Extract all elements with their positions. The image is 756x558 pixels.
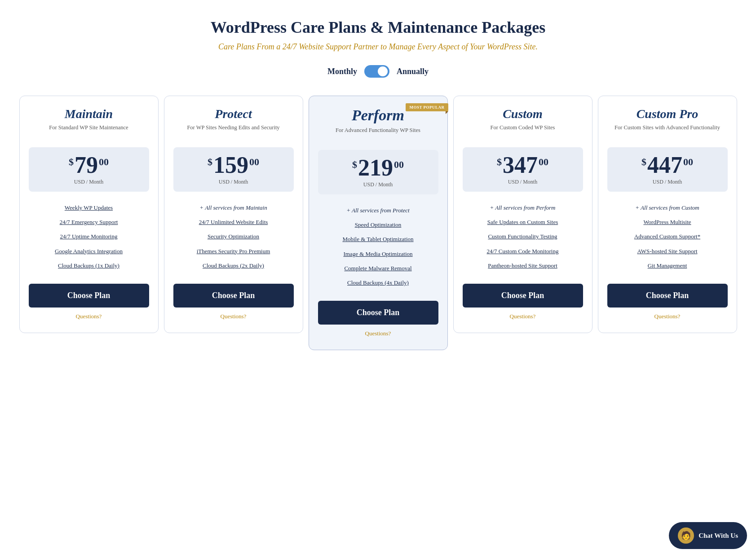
questions-link[interactable]: Questions? (607, 313, 728, 320)
feature-item: Weekly WP Updates (29, 201, 149, 215)
price-period: USD / Month (33, 179, 145, 185)
price-dollar: $ (352, 159, 357, 171)
feature-item: Speed Optimization (318, 218, 438, 232)
feature-item: + All services from Protect (318, 203, 438, 218)
features-list: + All services from CustomWordPress Mult… (607, 201, 728, 273)
price-main: $ 347 00 (467, 154, 579, 177)
features-list: + All services from Maintain24/7 Unlimit… (173, 201, 294, 273)
plan-card-maintain: Maintain For Standard WP Site Maintenanc… (19, 96, 159, 333)
price-period: USD / Month (612, 179, 723, 185)
questions-link[interactable]: Questions? (29, 313, 149, 320)
billing-toggle[interactable] (364, 65, 389, 78)
feature-item: 24/7 Emergency Support (29, 215, 149, 229)
plan-desc: For Standard WP Site Maintenance (29, 124, 149, 140)
feature-item: Mobile & Tablet Optimization (318, 232, 438, 246)
price-dollar: $ (497, 156, 502, 168)
plan-card-inner: Custom For Custom Coded WP Sites $ 347 0… (463, 107, 583, 320)
choose-plan-button[interactable]: Choose Plan (607, 284, 728, 308)
price-amount: 219 (358, 156, 393, 180)
price-main: $ 79 00 (33, 154, 145, 177)
price-period: USD / Month (178, 179, 289, 185)
price-main: $ 159 00 (178, 154, 289, 177)
plan-name: Custom Pro (607, 107, 728, 121)
price-box: $ 219 00 USD / Month (318, 150, 438, 194)
monthly-label: Monthly (327, 67, 357, 76)
price-cents: 00 (539, 156, 548, 168)
feature-item: + All services from Custom (607, 201, 728, 215)
feature-item: Safe Updates on Custom Sites (463, 215, 583, 229)
price-dollar: $ (69, 156, 74, 168)
feature-item: Git Management (607, 259, 728, 273)
price-box: $ 159 00 USD / Month (173, 147, 294, 192)
feature-item: Security Optimization (173, 229, 294, 244)
feature-item: AWS-hosted Site Support (607, 244, 728, 259)
feature-item: Image & Media Optimization (318, 247, 438, 261)
plan-desc: For Advanced Functionality WP Sites (318, 127, 438, 143)
price-main: $ 447 00 (612, 154, 723, 177)
plan-card-custom: Custom For Custom Coded WP Sites $ 347 0… (453, 96, 592, 333)
price-amount: 79 (75, 154, 98, 177)
plan-card-inner: Perform For Advanced Functionality WP Si… (318, 107, 438, 337)
price-cents: 00 (683, 156, 693, 168)
feature-item: Advanced Custom Support* (607, 229, 728, 244)
plan-card-custom-pro: Custom Pro For Custom Sites with Advance… (598, 96, 737, 333)
plan-desc: For Custom Coded WP Sites (463, 124, 583, 140)
feature-item: WordPress Multisite (607, 215, 728, 229)
choose-plan-button[interactable]: Choose Plan (463, 284, 583, 308)
feature-item: Google Analytics Integration (29, 244, 149, 259)
choose-plan-button[interactable]: Choose Plan (29, 284, 149, 308)
plan-card-perform: MOST POPULAR Perform For Advanced Functi… (309, 96, 448, 350)
price-box: $ 447 00 USD / Month (607, 147, 728, 192)
price-main: $ 219 00 (323, 156, 434, 180)
plan-card-protect: Protect For WP Sites Needing Edits and S… (164, 96, 303, 333)
feature-item: iThemes Security Pro Premium (173, 244, 294, 259)
feature-item: 24/7 Custom Code Monitoring (463, 244, 583, 259)
price-amount: 447 (647, 154, 682, 177)
price-cents: 00 (99, 156, 109, 168)
plans-container: Maintain For Standard WP Site Maintenanc… (10, 96, 747, 350)
feature-item: Cloud Backups (4x Daily) (318, 276, 438, 290)
plan-card-inner: Custom Pro For Custom Sites with Advance… (607, 107, 728, 320)
price-dollar: $ (641, 156, 646, 168)
page-title: WordPress Care Plans & Maintenance Packa… (9, 18, 747, 37)
price-box: $ 347 00 USD / Month (463, 147, 583, 192)
plan-desc: For Custom Sites with Advanced Functiona… (607, 124, 728, 140)
toggle-knob (378, 66, 388, 76)
feature-item: Cloud Backups (1x Daily) (29, 259, 149, 273)
feature-item: 24/7 Uptime Monitoring (29, 229, 149, 244)
price-period: USD / Month (323, 181, 434, 188)
billing-toggle-row: Monthly Annually (9, 65, 747, 78)
feature-item: Complete Malware Removal (318, 261, 438, 276)
price-dollar: $ (208, 156, 212, 168)
plan-card-inner: Protect For WP Sites Needing Edits and S… (173, 107, 294, 320)
feature-item: + All services from Maintain (173, 201, 294, 215)
plan-card-inner: Maintain For Standard WP Site Maintenanc… (29, 107, 149, 320)
questions-link[interactable]: Questions? (318, 330, 438, 337)
plan-desc: For WP Sites Needing Edits and Security (173, 124, 294, 140)
chat-widget[interactable]: 🧑 Chat With Us (669, 522, 747, 549)
annually-label: Annually (397, 67, 429, 76)
feature-item: Pantheon-hosted Site Support (463, 259, 583, 273)
price-cents: 00 (394, 159, 404, 171)
page-header: WordPress Care Plans & Maintenance Packa… (9, 18, 747, 78)
plan-name: Custom (463, 107, 583, 121)
feature-item: + All services from Perform (463, 201, 583, 215)
choose-plan-button[interactable]: Choose Plan (318, 301, 438, 325)
features-list: Weekly WP Updates24/7 Emergency Support2… (29, 201, 149, 273)
price-box: $ 79 00 USD / Month (29, 147, 149, 192)
questions-link[interactable]: Questions? (463, 313, 583, 320)
questions-link[interactable]: Questions? (173, 313, 294, 320)
plan-name: Maintain (29, 107, 149, 121)
feature-item: 24/7 Unlimited Website Edits (173, 215, 294, 229)
choose-plan-button[interactable]: Choose Plan (173, 284, 294, 308)
price-period: USD / Month (467, 179, 579, 185)
most-popular-badge: MOST POPULAR (406, 103, 448, 111)
price-amount: 159 (213, 154, 248, 177)
features-list: + All services from ProtectSpeed Optimiz… (318, 203, 438, 290)
chat-label: Chat With Us (699, 532, 738, 540)
feature-item: Cloud Backups (2x Daily) (173, 259, 294, 273)
feature-item: Custom Functionality Testing (463, 229, 583, 244)
price-amount: 347 (503, 154, 538, 177)
plan-name: Protect (173, 107, 294, 121)
chat-avatar: 🧑 (678, 527, 694, 544)
